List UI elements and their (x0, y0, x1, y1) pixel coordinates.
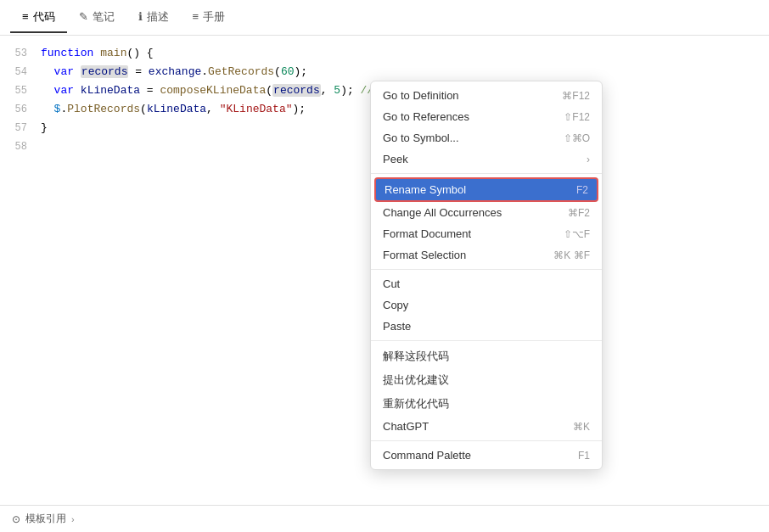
notes-tab-icon: ✎ (79, 10, 88, 23)
menu-explain[interactable]: 解释这段代码 (371, 344, 602, 368)
context-menu: Go to Definition ⌘F12 Go to References ⇧… (370, 81, 603, 470)
line-number: 55 (0, 81, 41, 100)
tab-manual-label: 手册 (203, 9, 225, 25)
menu-label: Cut (383, 277, 400, 290)
tab-desc-label: 描述 (147, 9, 169, 25)
menu-label: 提出优化建议 (383, 372, 449, 388)
line-content: function main() { (41, 44, 769, 63)
menu-cut[interactable]: Cut (371, 273, 602, 294)
menu-label: Copy (383, 299, 408, 311)
menu-label: Paste (383, 320, 411, 333)
tab-desc[interactable]: ℹ 描述 (126, 3, 181, 33)
menu-divider-1 (371, 173, 602, 174)
menu-format-sel[interactable]: Format Selection ⌘K ⌘F (371, 244, 602, 266)
menu-label: Go to Definition (383, 89, 459, 102)
menu-format-doc[interactable]: Format Document ⇧⌥F (371, 223, 602, 244)
menu-divider-2 (371, 269, 602, 270)
tab-manual[interactable]: ≡ 手册 (181, 3, 238, 33)
line-number: 57 (0, 119, 41, 137)
menu-reoptimize[interactable]: 重新优化代码 (371, 392, 602, 416)
tab-code-label: 代码 (33, 9, 55, 25)
code-line-54: 54 var records = exchange.GetRecords(60)… (0, 63, 769, 81)
menu-label: Command Palette (383, 449, 471, 462)
menu-shortcut: F1 (578, 450, 590, 462)
tab-code[interactable]: ≡ 代码 (10, 3, 67, 33)
menu-shortcut: ⌘K ⌘F (553, 249, 590, 261)
menu-shortcut: ⌘F12 (562, 90, 590, 102)
menu-paste[interactable]: Paste (371, 316, 602, 337)
template-ref[interactable]: ⊙ 模板引用 › (12, 512, 75, 526)
menu-optimize[interactable]: 提出优化建议 (371, 368, 602, 392)
menu-label: Rename Symbol (384, 183, 466, 196)
code-line-53: 53 function main() { (0, 44, 769, 63)
desc-tab-icon: ℹ (138, 10, 143, 23)
code-tab-icon: ≡ (22, 10, 29, 23)
line-number: 53 (0, 44, 41, 63)
tab-notes-label: 笔记 (93, 9, 115, 25)
tab-notes[interactable]: ✎ 笔记 (67, 3, 126, 33)
menu-shortcut: ⇧F12 (564, 111, 590, 123)
line-number: 54 (0, 63, 41, 81)
template-ref-icon: ⊙ (12, 513, 20, 525)
menu-chatgpt[interactable]: ChatGPT ⌘K (371, 416, 602, 437)
menu-shortcut: ⌘F2 (568, 207, 590, 219)
menu-cmd-palette[interactable]: Command Palette F1 (371, 445, 602, 466)
menu-label: Format Document (383, 227, 471, 240)
menu-label: 重新优化代码 (383, 396, 449, 412)
menu-shortcut: ⌘K (573, 421, 590, 433)
line-content: var records = exchange.GetRecords(60); (41, 63, 769, 81)
line-number: 56 (0, 100, 41, 119)
menu-divider-4 (371, 440, 602, 441)
menu-label: ChatGPT (383, 420, 429, 433)
chevron-right-icon: › (71, 514, 75, 524)
menu-rename[interactable]: Rename Symbol F2 (374, 177, 598, 202)
menu-shortcut: F2 (576, 184, 588, 196)
line-number: 58 (0, 137, 41, 156)
submenu-arrow-icon: › (587, 154, 590, 165)
menu-peek[interactable]: Peek › (371, 148, 602, 170)
menu-label: Go to Symbol... (383, 132, 459, 144)
menu-label: Go to References (383, 110, 469, 123)
tab-bar: ≡ 代码 ✎ 笔记 ℹ 描述 ≡ 手册 (0, 0, 769, 36)
status-bar: ⊙ 模板引用 › (0, 505, 769, 532)
menu-goto-ref[interactable]: Go to References ⇧F12 (371, 106, 602, 127)
menu-label: 解释这段代码 (383, 349, 449, 364)
menu-change-all[interactable]: Change All Occurrences ⌘F2 (371, 202, 602, 223)
menu-label: Format Selection (383, 249, 466, 261)
menu-label: Change All Occurrences (383, 206, 502, 219)
menu-goto-def[interactable]: Go to Definition ⌘F12 (371, 85, 602, 106)
menu-label: Peek (383, 153, 408, 165)
menu-copy[interactable]: Copy (371, 294, 602, 316)
manual-tab-icon: ≡ (193, 10, 199, 23)
menu-divider-3 (371, 340, 602, 341)
menu-goto-sym[interactable]: Go to Symbol... ⇧⌘O (371, 127, 602, 148)
menu-shortcut: ⇧⌘O (564, 132, 590, 144)
menu-shortcut: ⇧⌥F (564, 228, 590, 240)
template-ref-label: 模板引用 (25, 512, 66, 526)
